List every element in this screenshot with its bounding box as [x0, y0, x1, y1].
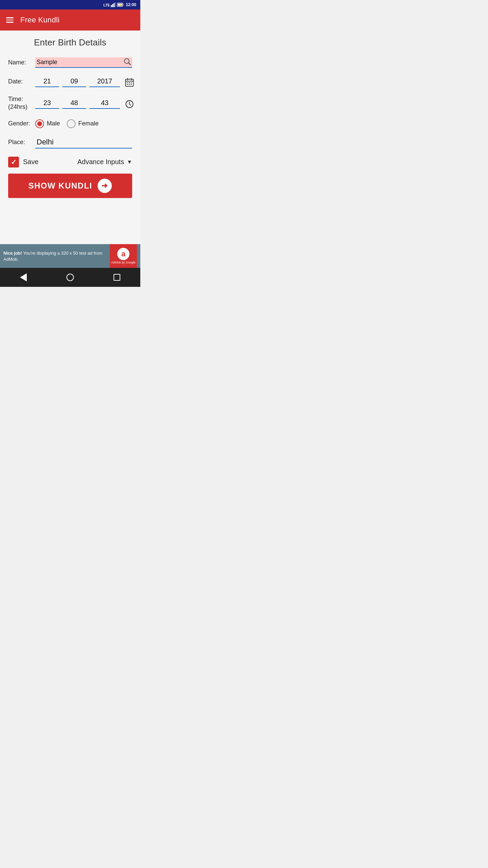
- status-icons: LTE ⚡: [103, 2, 124, 7]
- svg-rect-2: [112, 4, 113, 7]
- svg-rect-17: [131, 82, 132, 83]
- svg-rect-6: [123, 4, 123, 5]
- svg-rect-20: [131, 84, 132, 85]
- arrow-circle: ➜: [98, 179, 112, 193]
- male-radio-dot: [37, 121, 42, 126]
- gender-female-option[interactable]: Female: [67, 119, 99, 128]
- main-content: Enter Birth Details Name: Date:: [0, 31, 140, 244]
- clock-button[interactable]: [123, 99, 136, 109]
- back-icon: [20, 273, 27, 281]
- svg-rect-15: [127, 82, 128, 83]
- clock-icon: [125, 99, 134, 109]
- recents-nav-button[interactable]: [114, 274, 120, 281]
- time-minute-input[interactable]: [62, 98, 86, 109]
- admob-logo: a AdMob by Google: [110, 244, 137, 268]
- gender-options: Male Female: [35, 119, 99, 128]
- checkmark-icon: ✓: [11, 158, 17, 166]
- date-field-row: Date:: [8, 76, 132, 87]
- admob-logo-icon: a: [117, 248, 129, 260]
- time-hour-input[interactable]: [35, 98, 59, 109]
- signal-icon: [111, 2, 116, 7]
- page-title: Enter Birth Details: [8, 37, 132, 48]
- gender-label: Gender:: [8, 120, 35, 127]
- home-icon: [66, 274, 74, 281]
- hamburger-menu[interactable]: [6, 17, 14, 23]
- name-label: Name:: [8, 59, 35, 66]
- admob-banner: Nice job! You're displaying a 320 x 50 t…: [0, 244, 140, 268]
- show-kundli-label: SHOW KUNDLI: [28, 181, 92, 191]
- date-month-input[interactable]: [62, 76, 86, 87]
- female-label: Female: [78, 120, 99, 127]
- save-section: ✓ Save: [8, 157, 39, 167]
- calendar-button[interactable]: [123, 78, 136, 87]
- admob-by-google: AdMob by Google: [111, 261, 136, 264]
- date-year-input[interactable]: [89, 76, 120, 87]
- spacer: [8, 198, 132, 239]
- gender-field-row: Gender: Male Female: [8, 119, 132, 128]
- search-button[interactable]: [123, 58, 131, 68]
- time-inputs: [35, 98, 136, 109]
- svg-line-10: [129, 63, 131, 65]
- advance-inputs-button[interactable]: Advance Inputs ▼: [77, 158, 132, 166]
- svg-text:LTE: LTE: [103, 3, 109, 7]
- gender-male-option[interactable]: Male: [35, 119, 60, 128]
- place-input[interactable]: [35, 136, 132, 149]
- svg-rect-1: [111, 5, 112, 7]
- app-title: Free Kundli: [20, 16, 60, 24]
- name-input[interactable]: [35, 57, 132, 68]
- calendar-icon: [125, 78, 134, 87]
- save-advance-row: ✓ Save Advance Inputs ▼: [8, 157, 132, 167]
- battery-icon: ⚡: [117, 2, 124, 7]
- male-label: Male: [47, 120, 60, 127]
- svg-text:⚡: ⚡: [119, 3, 122, 7]
- svg-rect-19: [129, 84, 130, 85]
- advance-inputs-label: Advance Inputs: [77, 158, 124, 166]
- female-radio-circle: [67, 119, 76, 128]
- place-label: Place:: [8, 139, 35, 146]
- clock: 12:00: [126, 2, 136, 7]
- date-day-input[interactable]: [35, 76, 59, 87]
- chevron-down-icon: ▼: [127, 159, 132, 165]
- admob-text: Nice job! You're displaying a 320 x 50 t…: [3, 250, 106, 262]
- time-field-row: Time: (24hrs): [8, 95, 132, 111]
- save-label: Save: [23, 158, 39, 166]
- name-input-wrap: [35, 57, 132, 68]
- date-inputs: [35, 76, 136, 87]
- svg-rect-4: [115, 2, 116, 7]
- male-radio-circle: [35, 119, 44, 128]
- arrow-right-icon: ➜: [101, 181, 108, 190]
- search-icon: [123, 58, 131, 66]
- place-field-row: Place:: [8, 136, 132, 149]
- svg-rect-18: [127, 84, 128, 85]
- back-nav-button[interactable]: [20, 273, 27, 281]
- time-label: Time: (24hrs): [8, 95, 35, 111]
- place-input-wrap: [35, 136, 132, 149]
- name-field-row: Name:: [8, 57, 132, 68]
- date-label: Date:: [8, 78, 35, 85]
- home-nav-button[interactable]: [66, 274, 74, 281]
- bottom-nav: [0, 268, 140, 287]
- time-second-input[interactable]: [89, 98, 120, 109]
- app-bar: Free Kundli: [0, 9, 140, 31]
- admob-message: Nice job! You're displaying a 320 x 50 t…: [3, 251, 102, 262]
- svg-rect-16: [129, 82, 130, 83]
- recents-icon: [114, 274, 120, 281]
- svg-line-23: [129, 104, 131, 105]
- status-bar: LTE ⚡ 12:00: [0, 0, 140, 9]
- show-kundli-button[interactable]: SHOW KUNDLI ➜: [8, 174, 132, 198]
- svg-rect-3: [114, 3, 115, 7]
- lte-icon: LTE: [103, 2, 109, 7]
- save-checkbox[interactable]: ✓: [8, 157, 19, 167]
